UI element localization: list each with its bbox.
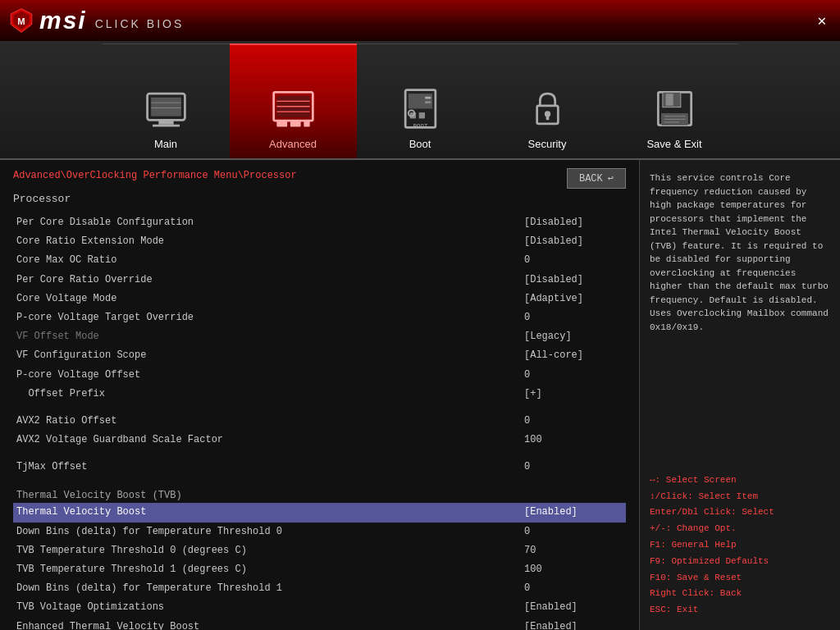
svg-rect-20 [418,112,424,118]
svg-rect-5 [158,120,173,125]
setting-row[interactable]: Core Voltage Mode [Adaptive] [13,290,626,308]
security-icon [523,84,572,133]
setting-row[interactable]: TVB Temperature Threshold 1 (degrees C) … [13,560,626,579]
setting-row[interactable]: AVX2 Ratio Offset 0 [13,412,626,431]
svg-rect-21 [425,96,431,98]
nav-item-advanced[interactable]: Advanced [230,43,357,158]
msi-shield-icon: M [8,7,34,34]
setting-row[interactable]: VF Configuration Scope [All-core] [13,346,626,365]
logo-subtitle: CLICK BIOS [95,17,185,30]
setting-row[interactable]: TVB Voltage Optimizations [Enabled] [13,598,626,617]
keybinding-esc: ESC: Exit [650,602,830,619]
setting-row[interactable]: AVX2 Voltage Guardband Scale Factor 100 [13,431,626,450]
setting-row[interactable]: Core Ratio Extension Mode [Disabled] [13,232,626,251]
svg-rect-27 [546,113,549,119]
svg-rect-18 [408,94,431,108]
svg-rect-30 [665,94,673,106]
settings-list: Per Core Disable Configuration [Disabled… [13,213,626,630]
nav-label-advanced: Advanced [269,138,317,150]
nav-item-save-exit[interactable]: Save & Exit [611,43,738,158]
setting-row-tvb-boost[interactable]: Thermal Velocity Boost [Enabled] [13,503,626,522]
svg-rect-6 [153,124,180,126]
setting-row[interactable]: P-core Voltage Offset 0 [13,366,626,385]
left-panel: BACK ↩ Advanced\OverClocking Performance… [0,160,639,630]
setting-row[interactable]: Per Core Disable Configuration [Disabled… [13,213,626,232]
help-text: This service controls Core frequency red… [650,171,830,464]
nav-item-security[interactable]: Security [484,43,611,158]
breadcrumb: Advanced\OverClocking Performance Menu\P… [13,170,626,181]
tvb-section-label: Thermal Velocity Boost (TVB) [16,490,623,501]
keybinding-select-item: ↕/Click: Select Item [650,489,830,505]
nav-item-main[interactable]: Main [103,43,230,158]
right-panel: This service controls Core frequency red… [639,160,840,630]
header: M msi CLICK BIOS ✕ [0,0,840,41]
svg-text:BOOT: BOOT [413,123,427,130]
save-exit-icon [650,84,699,133]
back-button[interactable]: BACK ↩ [567,168,626,189]
nav-item-boot[interactable]: BOOT Boot [357,43,484,158]
setting-row[interactable]: Core Max OC Ratio 0 [13,251,626,270]
keybinding-select-screen: ↔: Select Screen [650,472,830,489]
section-title: Processor [13,193,626,205]
setting-row-offset-prefix[interactable]: Offset Prefix [+] [13,385,626,404]
boot-icon: BOOT [395,84,445,133]
setting-row[interactable]: Enhanced Thermal Velocity Boost [Enabled… [13,618,626,630]
nav-label-save-exit: Save & Exit [646,138,701,150]
keybinding-enter: Enter/Dbl Click: Select [650,504,830,521]
logo-area: M msi CLICK BIOS [8,7,184,34]
setting-row[interactable]: TVB Temperature Threshold 0 (degrees C) … [13,541,626,560]
setting-row-vf-offset: VF Offset Mode [Legacy] [13,327,626,346]
svg-rect-4 [151,97,181,116]
nav-label-boot: Boot [409,138,431,150]
advanced-icon [268,84,317,133]
svg-rect-22 [425,101,431,103]
keybinding-change: +/-: Change Opt. [650,521,830,537]
keybinding-f9: F9: Optimized Defaults [650,554,830,570]
main-content: BACK ↩ Advanced\OverClocking Performance… [0,160,840,630]
keybindings: ↔: Select Screen ↕/Click: Select Item En… [650,472,830,619]
nav-label-main: Main [154,138,177,150]
setting-row[interactable]: Down Bins (delta) for Temperature Thresh… [13,579,626,598]
svg-rect-14 [276,121,287,126]
setting-row-tjmax[interactable]: TjMax Offset 0 [13,458,626,477]
navbar: Main Advanced [0,41,840,160]
logo-msi: msi [39,7,87,34]
svg-rect-16 [304,121,309,126]
keybinding-right-click: Right Click: Back [650,586,830,602]
main-icon [141,84,190,133]
svg-rect-15 [290,121,300,126]
close-button[interactable]: ✕ [812,11,832,30]
setting-row[interactable]: Per Core Ratio Override [Disabled] [13,271,626,290]
keybinding-f1: F1: General Help [650,537,830,554]
setting-row[interactable]: Down Bins (delta) for Temperature Thresh… [13,523,626,541]
setting-row[interactable]: P-core Voltage Target Override 0 [13,308,626,327]
nav-label-security: Security [528,138,567,150]
keybinding-f10: F10: Save & Reset [650,570,830,587]
svg-text:M: M [17,16,25,26]
